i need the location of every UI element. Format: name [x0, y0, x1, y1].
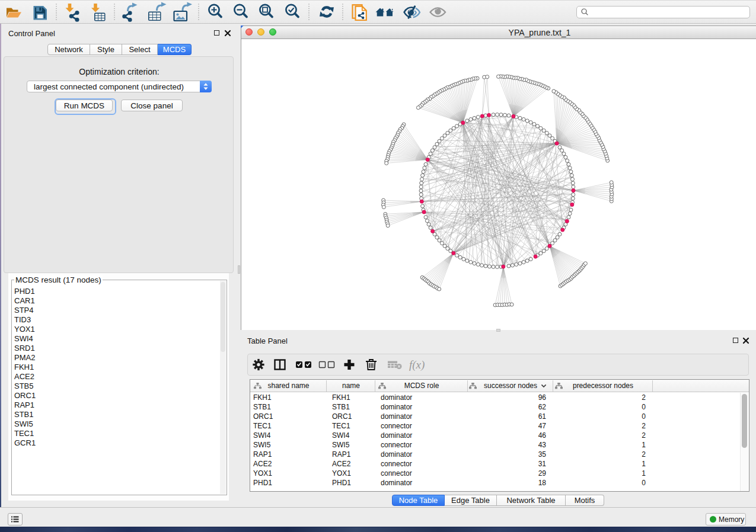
svg-text:f(x): f(x) — [409, 358, 425, 371]
